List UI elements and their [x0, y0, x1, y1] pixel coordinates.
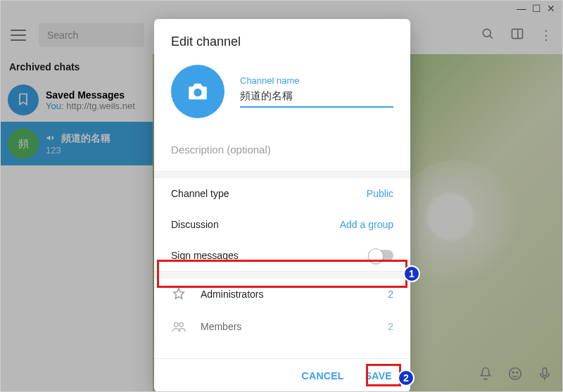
photo-name-row: Channel name: [154, 59, 410, 128]
save-button[interactable]: SAVE: [357, 365, 400, 387]
channel-type-value: Public: [367, 188, 393, 199]
camera-icon: [186, 80, 210, 103]
cancel-button[interactable]: CANCEL: [293, 365, 353, 387]
members-count: 2: [388, 321, 393, 332]
section-divider: [154, 271, 410, 278]
people-icon: [171, 319, 186, 334]
channel-name-label: Channel name: [240, 75, 393, 86]
administrators-count: 2: [388, 289, 393, 300]
description-field: [154, 128, 410, 171]
sign-messages-label: Sign messages: [171, 250, 239, 261]
sign-messages-row: Sign messages: [154, 240, 410, 271]
section-divider: [154, 171, 410, 178]
discussion-value: Add a group: [340, 219, 393, 230]
sign-messages-toggle[interactable]: [368, 250, 393, 261]
discussion-label: Discussion: [171, 219, 219, 230]
modal-title: Edit channel: [154, 19, 410, 59]
modal-footer: CANCEL SAVE: [154, 358, 410, 392]
discussion-row[interactable]: Discussion Add a group: [154, 209, 410, 240]
members-label: Members: [201, 321, 241, 332]
star-icon: [171, 286, 186, 302]
channel-type-label: Channel type: [171, 188, 229, 199]
svg-point-11: [179, 323, 183, 327]
svg-point-9: [194, 89, 201, 96]
channel-photo-button[interactable]: [171, 65, 224, 118]
channel-name-field: Channel name: [240, 75, 393, 108]
channel-type-row[interactable]: Channel type Public: [154, 178, 410, 209]
channel-name-input[interactable]: [240, 86, 393, 108]
administrators-label: Administrators: [201, 289, 263, 300]
members-row[interactable]: Members 2: [154, 310, 410, 343]
edit-channel-modal: Edit channel Channel name Channel type P…: [154, 19, 410, 392]
description-input[interactable]: [171, 141, 393, 158]
modal-body[interactable]: Edit channel Channel name Channel type P…: [154, 19, 410, 358]
svg-point-10: [175, 323, 179, 327]
administrators-row[interactable]: Administrators 2: [154, 278, 410, 310]
